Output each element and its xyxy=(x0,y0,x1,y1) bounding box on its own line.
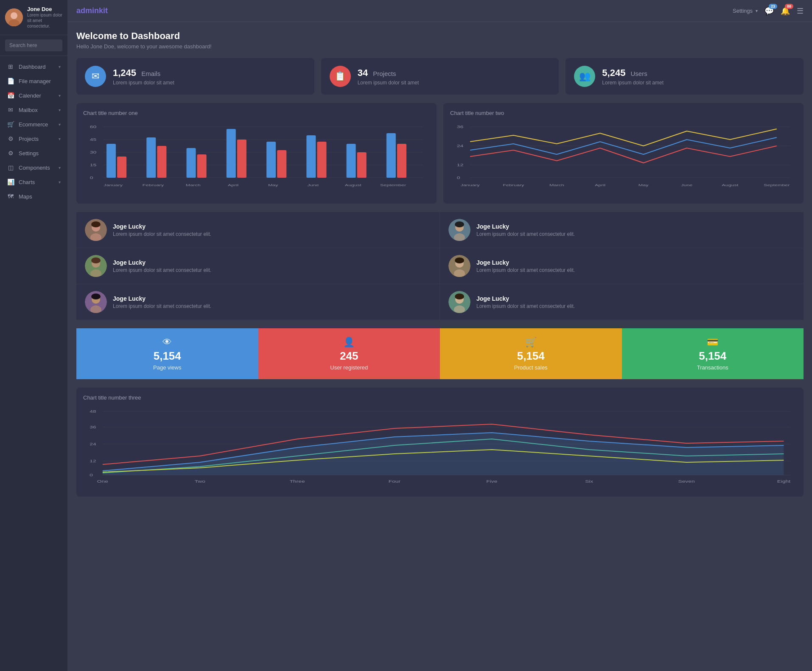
user-card: Joge Lucky Lorem ipsum dolor sit amet co… xyxy=(440,248,804,284)
svg-rect-15 xyxy=(146,137,156,178)
nav-label: Settings xyxy=(19,150,39,157)
svg-rect-24 xyxy=(317,142,326,178)
user-info: Joge Lucky Lorem ipsum dolor sit amet co… xyxy=(476,295,575,309)
sidebar-item-mailbox[interactable]: ✉ Mailbox ▾ xyxy=(0,103,67,117)
nav-label: File manager xyxy=(19,78,51,84)
svg-rect-14 xyxy=(117,157,126,178)
svg-point-82 xyxy=(455,294,464,299)
projects-icon: 📋 xyxy=(330,66,351,87)
sidebar-item-charts[interactable]: 📊 Charts ▾ xyxy=(0,175,67,189)
nav-label: Ecommerce xyxy=(19,121,48,128)
svg-text:Six: Six xyxy=(585,479,593,483)
nav-label: Components xyxy=(19,165,50,171)
user-name: Joge Lucky xyxy=(476,295,575,302)
user-card: Joge Lucky Lorem ipsum dolor sit amet co… xyxy=(76,248,440,284)
user-desc: Lorem ipsum dolor sit amet consectetur e… xyxy=(113,267,211,273)
main-area: adminkit Settings ▾ 💬 23 🔔 88 ☰ Welcome … xyxy=(68,0,812,671)
svg-text:January: January xyxy=(104,183,123,187)
user-card: Joge Lucky Lorem ipsum dolor sit amet co… xyxy=(76,284,440,320)
chart-card-3: Chart title number three 48 36 24 12 0 xyxy=(76,388,804,497)
user-card: Joge Lucky Lorem ipsum dolor sit amet co… xyxy=(440,284,804,320)
sidebar: Jone Doe Lorem ipsum dolor sit amet cons… xyxy=(0,0,68,671)
user-info: Joge Lucky Lorem ipsum dolor sit amet co… xyxy=(113,295,211,309)
nav-item-left: ✉ Mailbox xyxy=(7,106,38,113)
chart-2-container: 36 24 12 0 xyxy=(450,120,797,197)
mailbox-icon: ✉ xyxy=(7,106,14,113)
welcome-title: Welcome to Dashboard xyxy=(76,31,804,42)
user-info: Joge Lucky Lorem ipsum dolor sit amet co… xyxy=(476,223,575,237)
notifications-button[interactable]: 💬 23 xyxy=(764,6,774,16)
metric-label: Page views xyxy=(153,364,181,371)
line-chart-1-svg: 36 24 12 0 xyxy=(450,120,797,197)
chevron-icon: ▾ xyxy=(59,93,61,98)
svg-rect-19 xyxy=(227,129,236,178)
chart-card-1: Chart title number one 60 45 30 15 0 xyxy=(76,103,437,204)
svg-text:One: One xyxy=(97,479,108,483)
sidebar-item-settings[interactable]: ⚙ Settings xyxy=(0,146,67,160)
alerts-button[interactable]: 🔔 88 xyxy=(781,6,790,16)
projects-value: 34 Projects xyxy=(358,67,419,78)
settings-button[interactable]: Settings ▾ xyxy=(733,8,758,14)
projects-info: 34 Projects Lorem ipsum dolor sit amet xyxy=(358,67,419,86)
svg-text:30: 30 xyxy=(90,150,97,155)
user-name: Joge Lucky xyxy=(113,295,211,302)
svg-text:36: 36 xyxy=(457,125,464,129)
calender-icon: 📅 xyxy=(7,92,14,99)
svg-text:36: 36 xyxy=(90,425,96,429)
user-desc: Lorem ipsum dolor sit amet consectetur e… xyxy=(113,231,211,237)
ecommerce-icon: 🛒 xyxy=(7,121,14,128)
nav-item-left: 🗺 Maps xyxy=(7,193,32,200)
brand-suffix: kit xyxy=(99,6,108,15)
svg-text:February: February xyxy=(143,183,164,187)
svg-text:March: March xyxy=(186,183,201,187)
sidebar-item-projects[interactable]: ⚙ Projects ▾ xyxy=(0,131,67,146)
welcome-section: Welcome to Dashboard Hello Jone Doe, wel… xyxy=(76,31,804,50)
emails-info: 1,245 Emails Lorem ipsum dolor sit amet xyxy=(113,67,174,86)
user-avatar xyxy=(85,291,107,313)
svg-text:15: 15 xyxy=(90,163,97,168)
maps-icon: 🗺 xyxy=(7,193,14,200)
sidebar-item-maps[interactable]: 🗺 Maps xyxy=(0,189,67,204)
nav-label: Projects xyxy=(19,136,39,142)
sidebar-item-ecommerce[interactable]: 🛒 Ecommerce ▾ xyxy=(0,117,67,131)
stat-card-emails: ✉ 1,245 Emails Lorem ipsum dolor sit ame… xyxy=(76,58,314,95)
svg-text:Eight: Eight xyxy=(777,479,791,483)
svg-rect-27 xyxy=(386,133,396,178)
svg-text:60: 60 xyxy=(90,125,97,129)
svg-text:September: September xyxy=(764,183,790,187)
svg-point-67 xyxy=(91,257,101,263)
hamburger-icon: ☰ xyxy=(797,7,804,15)
sidebar-item-components[interactable]: ◫ Components ▾ xyxy=(0,160,67,175)
profile-name: Jone Doe xyxy=(27,6,62,12)
nav-item-left: ◫ Components xyxy=(7,164,50,171)
user-info: Joge Lucky Lorem ipsum dolor sit amet co… xyxy=(113,223,211,237)
emails-desc: Lorem ipsum dolor sit amet xyxy=(113,80,174,86)
user-name: Joge Lucky xyxy=(113,259,211,266)
search-input[interactable] xyxy=(5,39,62,51)
chevron-icon: ▾ xyxy=(59,64,61,69)
metric-value: 5,154 xyxy=(699,349,726,363)
settings-label: Settings xyxy=(733,8,753,14)
svg-text:March: March xyxy=(549,183,564,187)
nav-label: Dashboard xyxy=(19,64,46,70)
user-info: Joge Lucky Lorem ipsum dolor sit amet co… xyxy=(476,259,575,273)
users-icon: 👥 xyxy=(574,66,595,87)
nav-item-left: 📄 File manager xyxy=(7,78,51,84)
sidebar-item-calender[interactable]: 📅 Calender ▾ xyxy=(0,88,67,103)
svg-text:September: September xyxy=(380,183,406,187)
sidebar-item-dashboard[interactable]: ⊞ Dashboard ▾ xyxy=(0,59,67,74)
svg-text:June: June xyxy=(307,183,319,187)
nav-label: Maps xyxy=(19,193,32,200)
nav-label: Mailbox xyxy=(19,107,38,113)
settings-chevron-icon: ▾ xyxy=(756,8,758,13)
sidebar-item-file-manager[interactable]: 📄 File manager xyxy=(0,74,67,88)
svg-rect-23 xyxy=(306,135,316,178)
svg-rect-21 xyxy=(266,142,276,178)
menu-button[interactable]: ☰ xyxy=(797,6,804,16)
file-manager-icon: 📄 xyxy=(7,78,14,84)
line-chart-3-svg: 48 36 24 12 0 xyxy=(83,405,797,490)
chevron-icon: ▾ xyxy=(59,108,61,112)
svg-text:Four: Four xyxy=(389,479,400,483)
stats-row: ✉ 1,245 Emails Lorem ipsum dolor sit ame… xyxy=(76,58,804,95)
chart-1-container: 60 45 30 15 0 xyxy=(83,120,430,197)
